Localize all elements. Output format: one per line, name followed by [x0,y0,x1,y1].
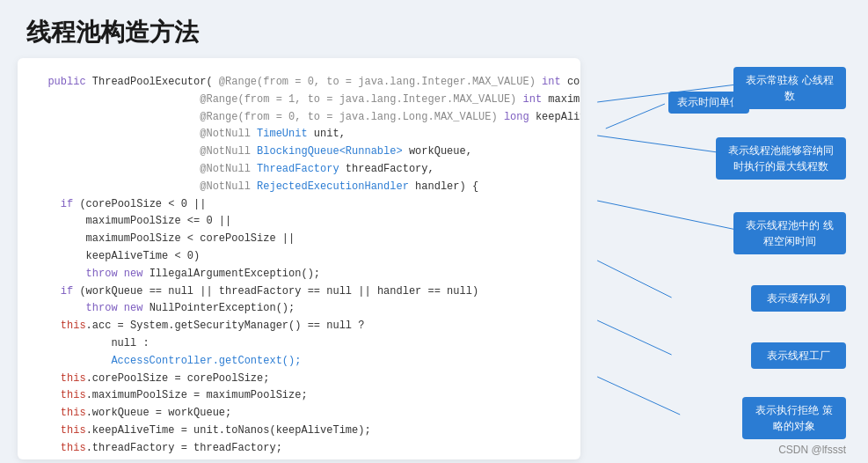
code-line: throw new NullPointerException(); [35,300,563,318]
svg-line-3 [597,201,736,230]
code-line: AccessController.getContext(); [35,353,563,371]
ann-queue: 表示缓存队列 [751,285,846,312]
code-line: @NotNull BlockingQueue<Runnable> workQue… [35,143,563,161]
code-line: public ThreadPoolExecutor( @Range(from =… [35,74,563,92]
code-line: maximumPoolSize <= 0 || [35,213,563,231]
page-container: 线程池构造方法 public ThreadPoolExecutor( @Rang… [0,0,868,463]
code-line: @Range(from = 1, to = java.lang.Integer.… [35,92,563,109]
code-line: this.acc = System.getSecurityManager() =… [35,318,563,335]
code-line: @NotNull TimeUnit unit, [35,126,563,143]
footer-credit: CSDN @lfssst [778,444,846,456]
code-panel: public ThreadPoolExecutor( @Range(from =… [18,58,580,459]
code-line: this.workQueue = workQueue; [35,405,563,423]
ann-rejected-handler: 表示执行拒绝 策略的对象 [742,397,846,439]
code-line: this.keepAliveTime = unit.toNanos(keepAl… [35,423,563,440]
svg-line-6 [597,377,680,415]
annotations-container: 表示时间单位 表示常驻核 心线程数 表示线程池能够容纳同 时执行的最大线程数 表… [580,58,850,459]
code-line: @Range(from = 0, to = java.lang.Long.MAX… [35,109,563,127]
code-line: @NotNull RejectedExecutionHandler handle… [35,179,563,196]
code-line: if (workQueue == null || threadFactory =… [35,283,563,301]
code-line: null : [35,335,563,353]
ann-thread-factory: 表示线程工厂 [751,342,846,369]
ann-core-pool-size: 表示常驻核 心线程数 [733,67,846,109]
main-content: public ThreadPoolExecutor( @Range(from =… [0,58,868,459]
code-line: throw new IllegalArgumentException(); [35,266,563,283]
code-line: keepAliveTime < 0) [35,248,563,266]
ann-max-pool-size: 表示线程池能够容纳同 时执行的最大线程数 [716,137,846,180]
code-line: this.threadFactory = threadFactory; [35,440,563,458]
code-line: if (corePoolSize < 0 || [35,196,563,214]
svg-line-4 [597,261,671,298]
svg-line-5 [597,320,671,355]
code-line: maximumPoolSize < corePoolSize || [35,231,563,248]
page-title: 线程池构造方法 [0,0,868,58]
code-line: this.corePoolSize = corePoolSize; [35,371,563,388]
code-line: @NotNull ThreadFactory threadFactory, [35,161,563,179]
code-line: this.maximumPoolSize = maximumPoolSize; [35,387,563,405]
svg-line-0 [606,104,665,129]
code-line: this.handler = handler; [35,458,563,459]
ann-keep-alive: 表示线程池中的 线程空闲时间 [733,212,846,254]
